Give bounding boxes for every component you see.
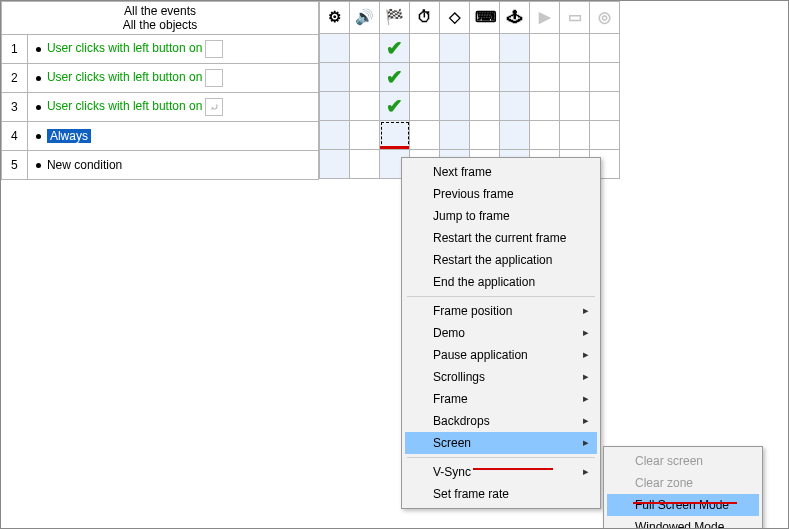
menu-item[interactable]: Windowed Mode	[607, 516, 759, 529]
context-menu[interactable]: Next framePrevious frameJump to frameRes…	[401, 157, 601, 509]
bullet-icon	[36, 134, 41, 139]
row-number[interactable]: 4	[2, 122, 28, 151]
check-icon: ✔	[386, 66, 403, 88]
grid-cell[interactable]	[530, 63, 560, 92]
menu-item[interactable]: V-Sync	[405, 461, 597, 483]
grid-cell[interactable]	[350, 34, 380, 63]
grid-cell[interactable]	[470, 121, 500, 150]
menu-item[interactable]: Frame position	[405, 300, 597, 322]
condition-text: Always	[47, 129, 91, 143]
sound-icon[interactable]: 🔊	[350, 2, 380, 34]
menu-item[interactable]: Scrollings	[405, 366, 597, 388]
grid-cell[interactable]	[500, 121, 530, 150]
window-icon[interactable]: ▭	[560, 2, 590, 34]
grid-cell[interactable]	[590, 121, 620, 150]
object-slot[interactable]: ⤾	[205, 98, 223, 116]
bullet-icon	[36, 163, 41, 168]
grid-cell[interactable]	[530, 34, 560, 63]
grid-cell[interactable]	[440, 121, 470, 150]
grid-cell[interactable]	[320, 63, 350, 92]
grid-cell[interactable]	[560, 34, 590, 63]
new-objects-icon[interactable]: ◇	[440, 2, 470, 34]
menu-item[interactable]: Previous frame	[405, 183, 597, 205]
grid-cell[interactable]	[470, 63, 500, 92]
grid-cell[interactable]	[470, 92, 500, 121]
grid-cell[interactable]	[560, 63, 590, 92]
check-icon: ✔	[386, 37, 403, 59]
condition-text: User clicks with left button on	[47, 41, 202, 55]
grid-cell[interactable]	[500, 34, 530, 63]
grid-cell[interactable]	[560, 121, 590, 150]
grid-cell[interactable]	[410, 121, 440, 150]
events-header: All the events All the objects	[2, 2, 319, 35]
timer-icon[interactable]: ⏱	[410, 2, 440, 34]
grid-cell[interactable]	[350, 150, 380, 179]
bullet-icon	[36, 47, 41, 52]
row-number[interactable]: 5	[2, 151, 28, 180]
grid-cell[interactable]	[320, 92, 350, 121]
grid-cell[interactable]	[470, 34, 500, 63]
app-icon[interactable]: ◎	[590, 2, 620, 34]
annotation-marker	[633, 502, 737, 504]
condition-cell[interactable]: Always	[27, 122, 318, 151]
grid-cell[interactable]: ✔	[380, 92, 410, 121]
condition-text: New condition	[47, 158, 122, 172]
menu-item[interactable]: Frame	[405, 388, 597, 410]
grid-cell[interactable]	[500, 63, 530, 92]
grid-cell[interactable]	[410, 34, 440, 63]
menu-item[interactable]: Jump to frame	[405, 205, 597, 227]
grid-cell[interactable]	[590, 92, 620, 121]
menu-item[interactable]: Restart the current frame	[405, 227, 597, 249]
joystick-icon[interactable]: 🕹	[500, 2, 530, 34]
menu-item[interactable]: End the application	[405, 271, 597, 293]
menu-item[interactable]: Restart the application	[405, 249, 597, 271]
row-number[interactable]: 2	[2, 64, 28, 93]
grid-cell[interactable]	[410, 63, 440, 92]
grid-cell[interactable]	[350, 63, 380, 92]
grid-cell[interactable]	[320, 121, 350, 150]
grid-cell[interactable]	[440, 34, 470, 63]
condition-text: User clicks with left button on	[47, 70, 202, 84]
condition-cell[interactable]: User clicks with left button on	[27, 64, 318, 93]
grid-cell[interactable]	[410, 92, 440, 121]
grid-cell[interactable]	[440, 92, 470, 121]
play-icon[interactable]: ▶	[530, 2, 560, 34]
grid-cell[interactable]	[350, 92, 380, 121]
grid-cell[interactable]	[530, 92, 560, 121]
menu-item[interactable]: Next frame	[405, 161, 597, 183]
row-number[interactable]: 3	[2, 93, 28, 122]
condition-cell[interactable]: New condition	[27, 151, 318, 180]
row-number[interactable]: 1	[2, 35, 28, 64]
grid-cell[interactable]	[590, 63, 620, 92]
grid-cell[interactable]	[500, 92, 530, 121]
menu-item[interactable]: Pause application	[405, 344, 597, 366]
menu-item[interactable]: Set frame rate	[405, 483, 597, 505]
object-slot[interactable]	[205, 40, 223, 58]
menu-item[interactable]: Demo	[405, 322, 597, 344]
bullet-icon	[36, 76, 41, 81]
grid-cell[interactable]	[440, 63, 470, 92]
grid-cell[interactable]	[560, 92, 590, 121]
keyboard-icon[interactable]: ⌨	[470, 2, 500, 34]
storyboard-icon[interactable]: 🏁	[380, 2, 410, 34]
condition-cell[interactable]: User clicks with left button on⤾	[27, 93, 318, 122]
gears-icon[interactable]: ⚙︎	[320, 2, 350, 34]
header-line2: All the objects	[6, 18, 314, 32]
grid-cell[interactable]	[530, 121, 560, 150]
grid-cell[interactable]: ✔	[380, 63, 410, 92]
menu-separator	[407, 296, 595, 297]
header-line1: All the events	[6, 4, 314, 18]
annotation-marker	[473, 468, 553, 470]
grid-cell[interactable]	[590, 34, 620, 63]
menu-item[interactable]: Backdrops	[405, 410, 597, 432]
condition-cell[interactable]: User clicks with left button on	[27, 35, 318, 64]
grid-cell[interactable]	[320, 34, 350, 63]
grid-cell[interactable]: ✔	[380, 34, 410, 63]
grid-cell[interactable]	[320, 150, 350, 179]
menu-item[interactable]: Full Screen Mode	[607, 494, 759, 516]
object-slot[interactable]	[205, 69, 223, 87]
menu-item[interactable]: Screen	[405, 432, 597, 454]
grid-cell[interactable]	[350, 121, 380, 150]
grid-cell[interactable]	[380, 121, 410, 150]
context-submenu-screen[interactable]: Clear screenClear zoneFull Screen ModeWi…	[603, 446, 763, 529]
